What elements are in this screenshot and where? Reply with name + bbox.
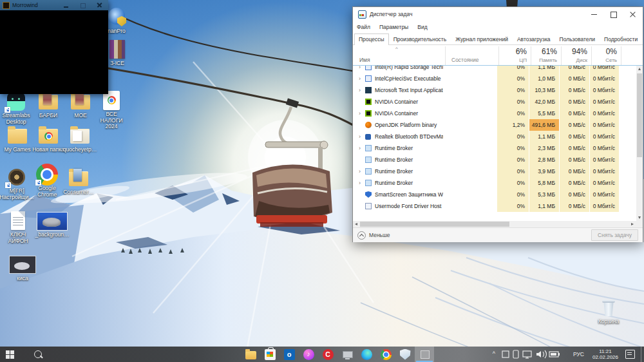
- desktop-icon-qfolder[interactable]: quocheyetp…: [62, 126, 97, 153]
- chevron-up-circle-icon[interactable]: [357, 231, 366, 240]
- table-row[interactable]: › Microsoft Text Input Application 0% 10…: [353, 84, 643, 96]
- scroll-up-icon[interactable]: [638, 68, 641, 70]
- tab-startup[interactable]: Автозагрузка: [513, 33, 555, 44]
- desktop-icon-barbi[interactable]: БАРБИ: [31, 92, 66, 119]
- maximize-button[interactable]: [604, 8, 623, 21]
- memory-cell: 1,0 МБ: [529, 73, 559, 84]
- column-name[interactable]: Имя: [359, 57, 370, 63]
- desktop-icon-consumer[interactable]: Consumer…: [61, 169, 96, 196]
- table-row[interactable]: › Usermode Font Driver Host 0% 1,1 МБ 0 …: [353, 200, 643, 212]
- expand-chevron-icon[interactable]: ›: [359, 66, 365, 70]
- expand-chevron-icon[interactable]: ›: [359, 168, 365, 175]
- maximize-button[interactable]: [77, 1, 89, 9]
- disk-total: 94%: [572, 47, 587, 56]
- expand-chevron-icon[interactable]: ›: [359, 180, 365, 186]
- minimize-button[interactable]: [585, 8, 604, 21]
- table-row[interactable]: › Intel(R) Rapid Storage Technolo… 0% 1,…: [353, 66, 643, 73]
- scroll-down-icon[interactable]: [638, 216, 641, 219]
- taskbar-file-explorer[interactable]: [241, 347, 260, 362]
- taskbar-remote-desktop[interactable]: [337, 347, 357, 362]
- desktop-icon-streamlabs[interactable]: Streamlabs Desktop: [0, 92, 33, 125]
- menu-view[interactable]: Вид: [417, 24, 427, 30]
- folder-photo-icon: [39, 92, 58, 111]
- time: 11:21: [599, 348, 611, 354]
- search-button[interactable]: [28, 347, 48, 362]
- close-button[interactable]: [623, 8, 643, 21]
- column-memory[interactable]: 61% Память: [531, 45, 561, 65]
- desktop-icon-label: МОЕ: [63, 113, 98, 119]
- desktop-icon-klyuch[interactable]: КЛЮЧ АЙФОН: [1, 211, 35, 244]
- vertical-scrollbar[interactable]: [636, 66, 643, 221]
- clock[interactable]: 11:21 02.02.2026: [589, 348, 622, 360]
- expand-chevron-icon[interactable]: ›: [359, 145, 365, 151]
- table-row[interactable]: › SmartScreen Защитника Windo… 0% 5,3 МБ…: [353, 189, 643, 200]
- cpu-cell: 0%: [497, 84, 529, 96]
- column-status[interactable]: Состояние: [451, 57, 478, 63]
- desktop-icon-recycle-bin[interactable]: Корзина: [591, 298, 626, 325]
- table-row[interactable]: › NVIDIA Container 0% 42,0 МБ 0 МБ/с 0 М…: [353, 96, 643, 108]
- tray-icons[interactable]: [502, 349, 566, 359]
- start-button[interactable]: [0, 347, 19, 362]
- process-icon: [365, 191, 375, 198]
- table-row[interactable]: › Realtek Bluetooth BTDevManag… 0% 1,1 М…: [353, 131, 643, 142]
- expand-chevron-icon[interactable]: ›: [359, 75, 365, 82]
- table-row[interactable]: › IntelCpHeciSvc Executable 0% 1,0 МБ 0 …: [353, 73, 643, 84]
- expand-chevron-icon[interactable]: ›: [359, 110, 365, 117]
- tab-details[interactable]: Подробности: [600, 33, 642, 44]
- desktop-icon-mygames[interactable]: My Games: [0, 126, 35, 153]
- desktop-icon-background[interactable]: _backgroun…: [35, 211, 70, 238]
- taskbar-chrome[interactable]: [376, 347, 395, 362]
- tab-app-history[interactable]: Журнал приложений: [451, 33, 513, 44]
- desktop-icon-moe[interactable]: МОЕ: [63, 92, 98, 119]
- table-row[interactable]: › Runtime Broker 0% 3,9 МБ 0 МБ/с 0 Мбит…: [353, 166, 643, 177]
- system-tray: ^ РУС 11:21 02.02.2026: [489, 347, 644, 362]
- column-disk[interactable]: 94% Диск: [561, 45, 591, 65]
- table-row[interactable]: › Runtime Broker 0% 5,8 МБ 0 МБ/с 0 Мбит…: [353, 177, 643, 189]
- table-row[interactable]: › Runtime Broker 0% 2,8 МБ 0 МБ/с 0 Мбит…: [353, 154, 643, 166]
- column-network[interactable]: 0% Сеть: [591, 45, 621, 65]
- fewer-details-toggle[interactable]: Меньше: [369, 232, 591, 238]
- scroll-left-icon[interactable]: [355, 223, 357, 225]
- task-manager-titlebar[interactable]: Диспетчер задач: [353, 7, 643, 21]
- table-row[interactable]: › NVIDIA Container 0% 5,5 МБ 0 МБ/с 0 Мб…: [353, 108, 643, 119]
- taskbar-store[interactable]: [260, 347, 279, 362]
- window-title: Morrowind: [12, 2, 55, 8]
- scrollbar-thumb[interactable]: [360, 222, 509, 227]
- tab-processes[interactable]: Процессы: [354, 33, 389, 45]
- taskbar-ccleaner[interactable]: C: [318, 347, 337, 362]
- show-desktop-button[interactable]: [641, 347, 644, 362]
- column-cpu[interactable]: 6% ЦП: [498, 45, 531, 65]
- action-center-icon[interactable]: [625, 350, 635, 359]
- photo-thumb: [73, 169, 82, 182]
- memory-cell: 1,1 МБ: [529, 66, 559, 73]
- table-row[interactable]: › Runtime Broker 0% 2,3 МБ 0 МБ/с 0 Мбит…: [353, 142, 643, 154]
- expand-chevron-icon[interactable]: ›: [359, 133, 365, 140]
- end-task-button[interactable]: Снять задачу: [591, 229, 638, 241]
- menu-file[interactable]: Файл: [357, 24, 370, 30]
- taskbar-active-window-button[interactable]: [415, 347, 434, 362]
- close-button[interactable]: [94, 1, 106, 9]
- tab-performance[interactable]: Производительность: [389, 33, 451, 44]
- desktop-icon-nalogi[interactable]: ВСЕ НАЛОГИ 2024: [94, 91, 129, 130]
- tab-users[interactable]: Пользователи: [555, 33, 600, 44]
- horizontal-scrollbar[interactable]: [353, 221, 643, 227]
- table-row[interactable]: › OpenJDK Platform binary 1,2% 491,6 МБ …: [353, 119, 643, 131]
- minimize-button[interactable]: [61, 1, 72, 9]
- taskbar-itunes[interactable]: ♪: [299, 347, 318, 362]
- language-indicator[interactable]: РУС: [569, 351, 589, 357]
- morrowind-window[interactable]: Morrowind: [0, 0, 108, 94]
- scrollbar-thumb[interactable]: [637, 73, 642, 157]
- menu-options[interactable]: Параметры: [379, 24, 408, 30]
- taskbar-defender[interactable]: [395, 347, 415, 362]
- taskbar-edge[interactable]: [357, 347, 376, 362]
- morrowind-app-icon: [3, 2, 10, 9]
- desktop-icon-newfolder[interactable]: Новая папка: [31, 126, 66, 153]
- process-icon: [365, 122, 375, 128]
- scroll-right-icon[interactable]: [631, 223, 634, 225]
- hidden-icons-chevron[interactable]: ^: [489, 350, 499, 357]
- morrowind-titlebar[interactable]: Morrowind: [0, 0, 108, 10]
- expand-chevron-icon[interactable]: ›: [359, 87, 365, 93]
- desktop-icon-chrome[interactable]: Google Chrome: [30, 165, 64, 198]
- desktop-icon-kisa[interactable]: киса: [5, 255, 40, 282]
- taskbar-outlook[interactable]: o: [279, 347, 299, 362]
